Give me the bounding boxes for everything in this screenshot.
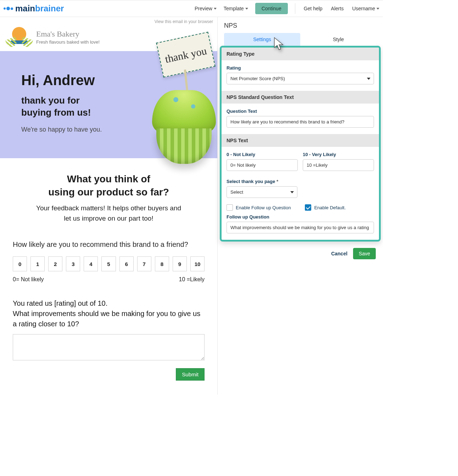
rating-9[interactable]: 9 bbox=[173, 256, 187, 271]
tab-settings[interactable]: Settings bbox=[224, 33, 300, 46]
preview-menu[interactable]: Preview bbox=[195, 6, 217, 11]
section-nps-text: 0 - Not Likely 10 - Very Likely Select t… bbox=[222, 147, 379, 240]
rating-1[interactable]: 1 bbox=[30, 256, 45, 271]
preview-label: Preview bbox=[195, 6, 212, 11]
followup-question-label: Follow up Question bbox=[227, 214, 374, 220]
thank-select[interactable]: Select bbox=[227, 186, 297, 198]
settings-panel: NPS Settings Style Rating Type Rating Ne… bbox=[218, 17, 383, 395]
chevron-down-icon bbox=[245, 8, 248, 10]
topbar-right: Get help Alerts Username bbox=[295, 3, 379, 14]
question-text-label: Question Text bbox=[227, 109, 374, 114]
view-in-browser-link[interactable]: View this email in your browser bbox=[0, 17, 217, 24]
logo-brainer: brainer bbox=[35, 4, 64, 13]
rating-3[interactable]: 3 bbox=[66, 256, 80, 271]
followup-line1: You rated us [rating] out of 10. bbox=[13, 299, 107, 307]
template-menu[interactable]: Template bbox=[224, 6, 248, 11]
bakery-logo-icon bbox=[5, 26, 33, 48]
rating-7[interactable]: 7 bbox=[137, 256, 151, 271]
continue-button[interactable]: Continue bbox=[255, 3, 288, 14]
survey-title-line1: What you think of bbox=[67, 173, 150, 184]
hero-thanks-line2: buying from us! bbox=[21, 107, 91, 118]
low-label: 0 - Not Likely bbox=[227, 152, 298, 157]
survey-sub-line1: Your feedback matters! It helps other bu… bbox=[36, 204, 181, 212]
submit-button[interactable]: Submit bbox=[176, 368, 205, 381]
username-label: Username bbox=[352, 6, 375, 11]
rating-labels: 0= Not likely 10 =Likely bbox=[13, 276, 205, 283]
rating-5[interactable]: 5 bbox=[101, 256, 116, 271]
section-question: Question Text bbox=[222, 104, 379, 134]
settings-highlight: Rating Type Rating Net Promoter Score (N… bbox=[220, 46, 381, 242]
rating-0[interactable]: 0 bbox=[13, 256, 27, 271]
brand-tagline: Fresh flavours baked with love! bbox=[36, 39, 100, 45]
followup-textarea[interactable] bbox=[13, 334, 205, 360]
cupcake-illustration: thank you bbox=[145, 37, 223, 172]
rating-8[interactable]: 8 bbox=[155, 256, 169, 271]
panel-tabs: Settings Style bbox=[218, 33, 383, 46]
panel-title: NPS bbox=[218, 17, 383, 33]
panel-actions: Cancel Save bbox=[218, 242, 383, 266]
checkbox-checked-icon bbox=[305, 204, 311, 211]
main-layout: View this email in your browser Ema's Ba… bbox=[0, 17, 383, 395]
logo[interactable]: mainbrainer bbox=[4, 4, 64, 13]
low-input[interactable] bbox=[227, 159, 298, 171]
rating-10[interactable]: 10 bbox=[190, 256, 205, 271]
rating-label-low: 0= Not likely bbox=[13, 276, 44, 283]
thank-label: Select thank you page * bbox=[227, 179, 297, 184]
logo-dots-icon bbox=[4, 7, 13, 10]
question-text-input[interactable] bbox=[227, 116, 374, 128]
hero-thanks-line1: thank you for bbox=[21, 95, 80, 106]
section-nps-text-header: NPS Text bbox=[222, 134, 379, 147]
rating-row: 0 1 2 3 4 5 6 7 8 9 10 bbox=[13, 256, 205, 271]
cancel-button[interactable]: Cancel bbox=[331, 251, 347, 256]
survey-title: What you think of using our product so f… bbox=[13, 172, 205, 199]
email-preview: View this email in your browser Ema's Ba… bbox=[0, 17, 218, 395]
chevron-down-icon bbox=[376, 8, 379, 10]
enable-default-label: Enable Default. bbox=[314, 205, 346, 210]
logo-main: main bbox=[15, 4, 35, 13]
tab-style[interactable]: Style bbox=[300, 33, 376, 46]
thank-select-value: Select bbox=[227, 186, 297, 198]
rating-2[interactable]: 2 bbox=[48, 256, 62, 271]
thank-label-text: Select thank you page bbox=[227, 179, 275, 184]
section-rating-type-header: Rating Type bbox=[222, 48, 379, 60]
hero-section: Hi, Andrew thank you for buying from us!… bbox=[0, 51, 217, 158]
enable-default-checkbox[interactable]: Enable Default. bbox=[305, 204, 346, 211]
get-help-link[interactable]: Get help bbox=[304, 6, 323, 11]
enable-followup-label: Enable Follow up Question bbox=[236, 205, 291, 210]
survey-subtitle: Your feedback matters! It helps other bu… bbox=[13, 203, 205, 223]
brand-name: Ema's Bakery bbox=[36, 29, 100, 39]
chevron-down-icon bbox=[214, 8, 217, 10]
alerts-link[interactable]: Alerts bbox=[331, 6, 344, 11]
nps-question: How likely are you to recommend this bra… bbox=[13, 240, 205, 249]
section-question-header: NPS Standard Question Text bbox=[222, 91, 379, 104]
topbar-center: Preview Template Continue bbox=[195, 3, 295, 14]
enable-followup-checkbox[interactable]: Enable Follow up Question bbox=[227, 204, 291, 211]
submit-row: Submit bbox=[13, 368, 205, 381]
section-rating-type: Rating Net Promoter Score (NPS) bbox=[222, 60, 379, 91]
brand-text: Ema's Bakery Fresh flavours baked with l… bbox=[36, 29, 100, 45]
checkbox-icon bbox=[227, 204, 233, 211]
rating-select[interactable]: Net Promoter Score (NPS) bbox=[227, 73, 374, 84]
rating-6[interactable]: 6 bbox=[119, 256, 134, 271]
rating-label-high: 10 =Likely bbox=[179, 276, 205, 283]
high-input[interactable] bbox=[303, 159, 374, 171]
followup-line2: What improvements should we be making fo… bbox=[13, 310, 200, 328]
survey-sub-line2: let us improve on our part too! bbox=[64, 215, 153, 222]
survey-title-line2: using our product so far? bbox=[48, 187, 169, 198]
followup-text: You rated us [rating] out of 10. What im… bbox=[13, 298, 205, 329]
survey-body: What you think of using our product so f… bbox=[0, 158, 217, 395]
topbar: mainbrainer Preview Template Continue Ge… bbox=[0, 0, 383, 17]
rating-label: Rating bbox=[227, 65, 374, 71]
template-label: Template bbox=[224, 6, 244, 11]
rating-4[interactable]: 4 bbox=[84, 256, 98, 271]
username-menu[interactable]: Username bbox=[352, 6, 379, 11]
high-label: 10 - Very Likely bbox=[303, 152, 374, 157]
followup-question-input[interactable] bbox=[227, 222, 374, 233]
rating-select-value: Net Promoter Score (NPS) bbox=[227, 73, 374, 84]
save-button[interactable]: Save bbox=[353, 248, 376, 259]
